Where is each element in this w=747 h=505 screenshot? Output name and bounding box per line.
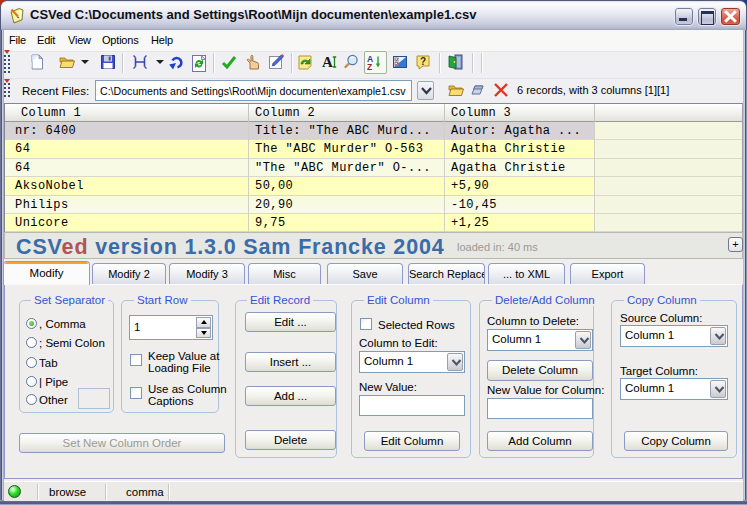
svg-text:A: A — [322, 54, 333, 70]
svg-text:Z: Z — [367, 62, 372, 71]
svg-text:?: ? — [420, 56, 426, 67]
